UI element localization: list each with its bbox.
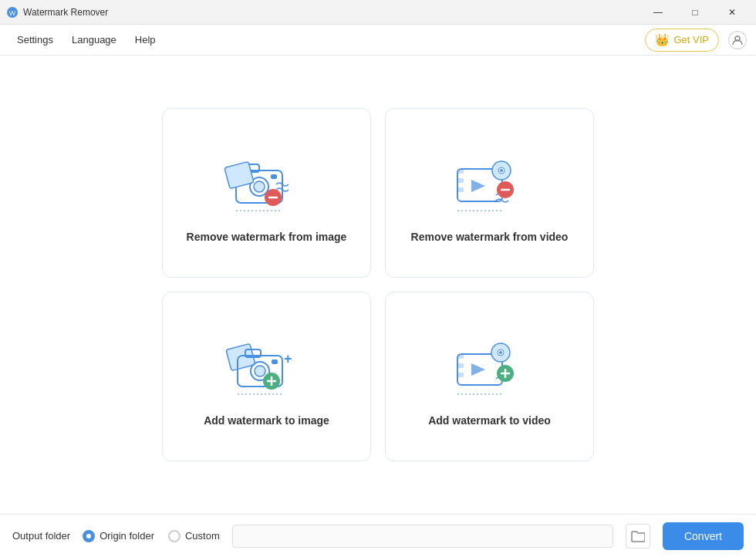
card-remove-video-label: Remove watermark from video — [411, 231, 569, 243]
footer-bar: Output folder Origin folder Custom Conve… — [0, 514, 756, 557]
crown-icon: 👑 — [655, 33, 670, 47]
output-folder-label: Output folder — [12, 530, 70, 542]
custom-radio[interactable] — [168, 530, 181, 542]
convert-button[interactable]: Convert — [663, 522, 744, 550]
origin-folder-radio[interactable] — [83, 530, 95, 542]
user-icon[interactable] — [728, 31, 747, 49]
title-bar-controls: — □ ✕ — [640, 0, 750, 25]
maximize-button[interactable]: □ — [677, 0, 713, 25]
title-bar-left: W Watermark Remover — [6, 6, 108, 19]
svg-text:+: + — [284, 351, 292, 366]
minimize-button[interactable]: — — [640, 0, 676, 25]
card-add-image-label: Add watermark to image — [204, 414, 329, 427]
svg-rect-36 — [457, 354, 464, 359]
title-bar: W Watermark Remover — □ ✕ — [0, 0, 756, 25]
card-add-video-label: Add watermark to video — [428, 414, 551, 427]
svg-point-19 — [500, 169, 503, 172]
menu-right: 👑 Get VIP — [645, 29, 747, 52]
app-title: Watermark Remover — [23, 7, 108, 18]
menu-item-settings[interactable]: Settings — [9, 31, 61, 49]
card-remove-image-label: Remove watermark from image — [187, 231, 347, 243]
cards-grid: Remove watermark from image — [162, 108, 594, 461]
menu-items: Settings Language Help — [9, 31, 164, 49]
path-input[interactable] — [232, 525, 613, 548]
get-vip-button[interactable]: 👑 Get VIP — [645, 29, 719, 52]
svg-point-6 — [254, 181, 265, 192]
svg-rect-37 — [457, 363, 464, 368]
card-remove-image-illustration — [221, 147, 313, 217]
radio-group: Origin folder Custom — [83, 530, 220, 542]
folder-icon — [631, 530, 645, 542]
svg-rect-14 — [457, 169, 464, 174]
svg-point-41 — [499, 351, 502, 354]
svg-text:W: W — [9, 9, 16, 17]
svg-rect-38 — [457, 373, 464, 377]
custom-label: Custom — [185, 530, 220, 542]
card-remove-video[interactable]: Remove watermark from video — [385, 108, 594, 278]
user-avatar-icon — [732, 35, 743, 46]
svg-rect-28 — [272, 360, 278, 364]
menu-item-language[interactable]: Language — [64, 31, 124, 49]
card-add-image[interactable]: + Add watermark to image — [162, 292, 371, 461]
browse-folder-button[interactable] — [626, 524, 650, 549]
main-content: Remove watermark from image — [0, 56, 756, 514]
svg-rect-16 — [457, 187, 464, 192]
card-add-image-illustration: + — [221, 331, 313, 400]
menu-item-help[interactable]: Help — [127, 31, 164, 49]
card-remove-video-illustration — [444, 147, 536, 217]
app-icon: W — [6, 6, 19, 19]
card-add-video-illustration — [444, 331, 536, 400]
svg-marker-13 — [471, 180, 485, 192]
card-add-video[interactable]: Add watermark to video — [385, 292, 594, 461]
svg-point-27 — [255, 366, 265, 376]
get-vip-label: Get VIP — [673, 34, 709, 46]
svg-rect-7 — [271, 174, 277, 179]
card-remove-image[interactable]: Remove watermark from image — [162, 108, 371, 278]
svg-marker-35 — [471, 363, 485, 376]
origin-folder-label: Origin folder — [100, 530, 154, 542]
origin-folder-option[interactable]: Origin folder — [83, 530, 154, 542]
svg-rect-15 — [457, 178, 464, 183]
close-button[interactable]: ✕ — [714, 0, 750, 25]
menu-bar: Settings Language Help 👑 Get VIP — [0, 25, 756, 56]
custom-option[interactable]: Custom — [168, 530, 220, 542]
